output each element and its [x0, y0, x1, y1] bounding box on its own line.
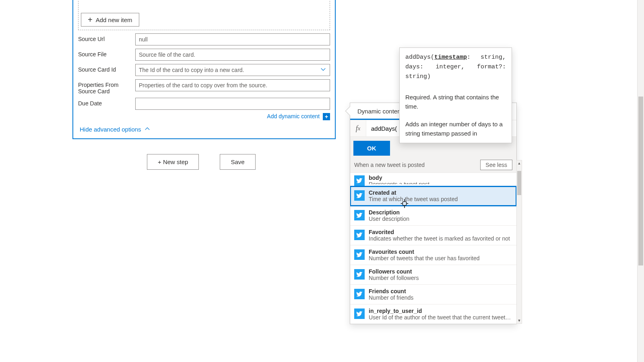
- list-item[interactable]: body Represents a tweet post: [350, 173, 516, 186]
- scroll-down-icon[interactable]: ▼: [517, 318, 522, 323]
- item-title: Favorited: [369, 229, 512, 235]
- twitter-icon: [354, 269, 365, 280]
- list-item[interactable]: Friends count Number of friends: [350, 285, 516, 304]
- list-item[interactable]: in_reply_to_user_id User Id of the autho…: [350, 304, 516, 324]
- twitter-icon: [354, 230, 365, 240]
- item-desc: Number of friends: [369, 294, 512, 301]
- repeating-items-box: + Add new item: [78, 1, 330, 30]
- list-item[interactable]: Favorited Indicates whether the tweet is…: [350, 226, 516, 245]
- label-source-url: Source Url: [78, 33, 135, 42]
- label-source-card-id: Source Card Id: [78, 64, 135, 73]
- list-item[interactable]: Description User description: [350, 206, 516, 226]
- item-desc: Number of followers: [369, 275, 512, 281]
- item-title: Friends count: [369, 288, 512, 294]
- page-scroll-thumb[interactable]: [638, 97, 643, 265]
- input-properties-from-source[interactable]: [135, 79, 330, 91]
- tooltip-description: Adds an integer number of days to a stri…: [405, 120, 506, 138]
- hide-advanced-label: Hide advanced options: [80, 126, 141, 133]
- input-due-date[interactable]: [135, 98, 330, 110]
- save-button[interactable]: Save: [220, 154, 255, 170]
- item-desc: Represents a tweet post: [369, 181, 512, 184]
- input-source-url[interactable]: [135, 33, 330, 45]
- fx-icon: fx: [350, 120, 366, 136]
- twitter-icon: [354, 309, 365, 319]
- item-title: in_reply_to_user_id: [369, 308, 512, 314]
- panel-scrollbar[interactable]: ▲ ▼: [516, 160, 522, 324]
- twitter-icon: [354, 175, 365, 186]
- twitter-icon: [354, 190, 365, 201]
- item-title: Favourites count: [369, 249, 512, 255]
- ok-button[interactable]: OK: [353, 141, 390, 156]
- flow-action-card: + Add new item Source Url Source File So…: [72, 0, 336, 139]
- item-desc: User description: [369, 216, 512, 222]
- add-dynamic-plus-icon[interactable]: +: [323, 113, 330, 120]
- item-title: body: [369, 175, 512, 181]
- scroll-up-icon[interactable]: ▲: [517, 160, 522, 166]
- twitter-icon: [354, 289, 365, 299]
- tooltip-signature: addDays(timestamp: string, days: integer…: [405, 53, 506, 82]
- input-source-card-id[interactable]: [135, 64, 330, 76]
- group-title: When a new tweet is posted: [354, 162, 425, 168]
- expression-tooltip: addDays(timestamp: string, days: integer…: [399, 47, 512, 143]
- item-desc: User Id of the author of the tweet that …: [369, 314, 512, 321]
- dynamic-content-list[interactable]: body Represents a tweet post Created at …: [350, 173, 516, 324]
- item-title: Followers count: [369, 268, 512, 275]
- plus-icon: +: [88, 16, 93, 24]
- item-desc: Number of tweets that the user has favor…: [369, 255, 512, 261]
- label-properties-from-source: Properties From Source Card: [78, 79, 135, 95]
- chevron-up-icon: [144, 126, 150, 133]
- twitter-icon: [354, 249, 365, 260]
- label-source-file: Source File: [78, 49, 135, 58]
- twitter-icon: [354, 210, 365, 220]
- item-title: Created at: [369, 189, 512, 196]
- see-less-button[interactable]: See less: [480, 160, 512, 170]
- tooltip-required: Required. A string that contains the tim…: [405, 93, 506, 111]
- list-item[interactable]: Created at Time at which the tweet was p…: [350, 186, 516, 206]
- item-row-placeholder: [81, 3, 327, 10]
- item-title: Description: [369, 209, 512, 216]
- add-new-item-button[interactable]: + Add new item: [81, 13, 139, 27]
- hide-advanced-toggle[interactable]: Hide advanced options: [78, 126, 150, 133]
- input-source-file[interactable]: [135, 49, 330, 61]
- list-item[interactable]: Followers count Number of followers: [350, 265, 516, 285]
- add-dynamic-content-link[interactable]: Add dynamic content: [267, 113, 320, 119]
- page-scrollbar[interactable]: [637, 0, 644, 362]
- item-desc: Time at which the tweet was posted: [369, 196, 512, 202]
- add-new-item-label: Add new item: [96, 16, 132, 23]
- scroll-thumb[interactable]: [517, 171, 521, 195]
- new-step-button[interactable]: + New step: [147, 154, 199, 170]
- label-due-date: Due Date: [78, 98, 135, 107]
- item-desc: Indicates whether the tweet is marked as…: [369, 235, 512, 242]
- list-item[interactable]: Favourites count Number of tweets that t…: [350, 245, 516, 265]
